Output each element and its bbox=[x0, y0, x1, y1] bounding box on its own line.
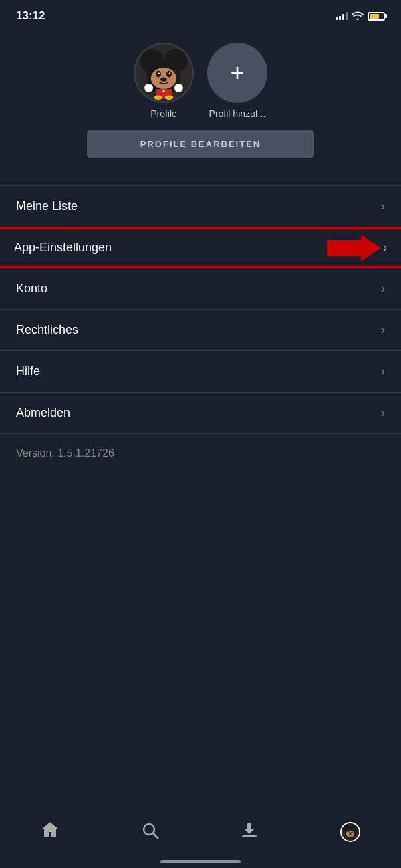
existing-profile-item[interactable]: Profile bbox=[134, 43, 194, 119]
status-bar: 13:12 bbox=[0, 0, 401, 29]
edit-profiles-button[interactable]: PROFILE BEARBEITEN bbox=[87, 130, 314, 158]
add-profile-label: Profil hinzuf... bbox=[209, 108, 266, 119]
status-time: 13:12 bbox=[16, 9, 45, 23]
menu-item-label: Hilfe bbox=[16, 364, 40, 378]
chevron-icon: › bbox=[381, 282, 385, 296]
chevron-icon: › bbox=[381, 406, 385, 420]
svg-point-7 bbox=[158, 73, 160, 74]
home-indicator bbox=[160, 860, 241, 863]
svg-marker-16 bbox=[327, 235, 381, 261]
add-profile-avatar[interactable]: + bbox=[207, 43, 267, 103]
svg-point-8 bbox=[169, 73, 170, 74]
profile-section: Profile + Profil hinzuf... PROFILE BEARB… bbox=[0, 29, 401, 179]
chevron-icon: › bbox=[381, 323, 385, 337]
svg-point-28 bbox=[352, 831, 352, 832]
menu-item-app-einstellungen[interactable]: App-Einstellungen › bbox=[0, 227, 401, 268]
menu-item-meine-liste[interactable]: Meine Liste › bbox=[0, 185, 401, 227]
red-arrow-annotation bbox=[327, 235, 381, 261]
svg-point-29 bbox=[349, 833, 351, 835]
chevron-icon: › bbox=[383, 241, 387, 255]
battery-icon bbox=[368, 12, 385, 21]
svg-point-15 bbox=[174, 84, 183, 92]
menu-item-konto[interactable]: Konto › bbox=[0, 268, 401, 310]
menu-item-hilfe[interactable]: Hilfe › bbox=[0, 351, 401, 393]
menu-item-rechtliches[interactable]: Rechtliches › bbox=[0, 310, 401, 351]
search-icon bbox=[142, 822, 159, 842]
nav-profile[interactable] bbox=[340, 822, 360, 842]
svg-line-18 bbox=[153, 833, 158, 839]
home-icon bbox=[41, 821, 59, 843]
wifi-icon bbox=[352, 11, 364, 22]
menu-item-label: Meine Liste bbox=[16, 199, 78, 213]
svg-point-11 bbox=[162, 90, 164, 92]
existing-profile-avatar[interactable] bbox=[134, 43, 194, 103]
nav-profile-avatar[interactable] bbox=[340, 822, 360, 842]
add-profile-icon: + bbox=[230, 61, 244, 85]
nav-search[interactable] bbox=[142, 822, 159, 842]
chevron-icon: › bbox=[381, 199, 385, 213]
nav-downloads[interactable] bbox=[241, 822, 258, 842]
menu-item-label: Konto bbox=[16, 282, 47, 296]
profile-avatars: Profile + Profil hinzuf... bbox=[134, 43, 267, 119]
menu-item-label: Rechtliches bbox=[16, 323, 78, 337]
svg-point-9 bbox=[160, 77, 167, 81]
svg-rect-19 bbox=[242, 835, 257, 837]
nav-home[interactable] bbox=[41, 821, 59, 843]
signal-icon bbox=[336, 12, 348, 20]
menu-item-label: Abmelden bbox=[16, 406, 70, 420]
svg-point-27 bbox=[348, 831, 349, 832]
menu-list: Meine Liste › App-Einstellungen › Konto … bbox=[0, 185, 401, 434]
svg-point-14 bbox=[144, 84, 153, 92]
svg-point-17 bbox=[144, 824, 154, 835]
svg-point-12 bbox=[154, 96, 163, 100]
svg-point-13 bbox=[165, 96, 174, 100]
downloads-icon bbox=[241, 822, 258, 842]
existing-profile-label: Profile bbox=[150, 108, 177, 119]
add-profile-item[interactable]: + Profil hinzuf... bbox=[207, 43, 267, 119]
menu-item-abmelden[interactable]: Abmelden › bbox=[0, 393, 401, 434]
status-icons bbox=[336, 11, 385, 22]
menu-item-label: App-Einstellungen bbox=[14, 241, 112, 255]
version-text: Version: 1.5.1.21726 bbox=[0, 434, 401, 473]
bottom-nav bbox=[0, 808, 401, 868]
chevron-icon: › bbox=[381, 364, 385, 378]
